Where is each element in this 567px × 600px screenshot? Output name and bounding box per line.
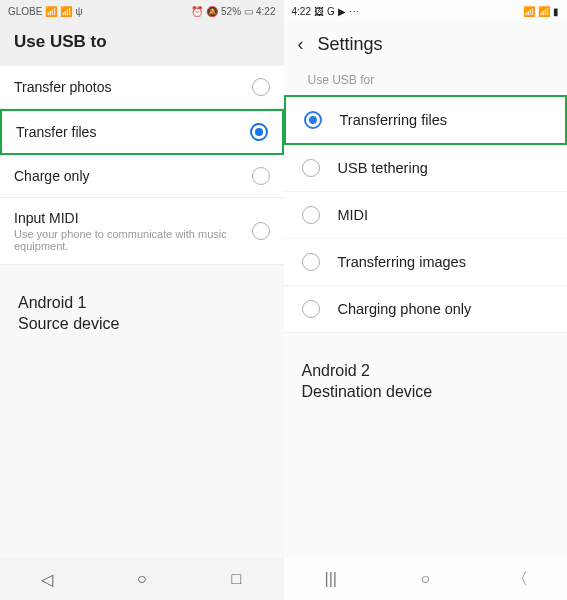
nav-home-icon[interactable]: ○	[415, 570, 435, 588]
option-transferring-images[interactable]: Transferring images	[284, 239, 568, 286]
nav-recent-icon[interactable]: |||	[321, 570, 341, 588]
caption-line1: Android 1	[18, 293, 266, 314]
option-sublabel: Use your phone to communicate with music…	[14, 228, 252, 252]
option-transfer-files[interactable]: Transfer files	[0, 109, 284, 155]
option-label: Transferring images	[338, 254, 466, 270]
radio-icon-selected	[304, 111, 322, 129]
radio-icon-selected	[250, 123, 268, 141]
option-label: Transferring files	[340, 112, 447, 128]
option-charge-only[interactable]: Charge only	[0, 155, 284, 198]
caption-line2: Destination device	[302, 382, 550, 403]
radio-icon	[302, 300, 320, 318]
carrier-label: GLOBE	[8, 6, 42, 17]
battery-pct: 52%	[221, 6, 241, 17]
signal-icon: 📶	[45, 6, 57, 17]
option-input-midi[interactable]: Input MIDI Use your phone to communicate…	[0, 198, 284, 265]
clock-time: 4:22	[256, 6, 275, 17]
clock-time: 4:22	[292, 6, 311, 17]
option-transferring-files[interactable]: Transferring files	[284, 95, 568, 145]
radio-icon	[252, 78, 270, 96]
more-icon: ⋯	[349, 6, 359, 17]
settings-title: Settings	[318, 34, 383, 55]
caption-line2: Source device	[18, 314, 266, 335]
statusbar-left: GLOBE 📶 📶 ψ ⏰ 🔕 52% ▭ 4:22	[0, 0, 284, 22]
img-icon: 🖼	[314, 6, 324, 17]
option-label: Charging phone only	[338, 301, 472, 317]
back-icon[interactable]: ‹	[298, 34, 304, 55]
option-usb-tethering[interactable]: USB tethering	[284, 145, 568, 192]
option-label: Charge only	[14, 168, 90, 184]
option-label: Transfer files	[16, 124, 96, 140]
settings-header: ‹ Settings	[284, 22, 568, 73]
caption-right: Android 2 Destination device	[284, 333, 568, 403]
caption-left: Android 1 Source device	[0, 265, 284, 335]
battery-icon: ▮	[553, 6, 559, 17]
alarm-icon: ⏰	[191, 6, 203, 17]
signal-icon: 📶	[523, 6, 535, 17]
nav-recent-icon[interactable]: □	[226, 570, 246, 588]
dnd-icon: 🔕	[206, 6, 218, 17]
option-charging-only[interactable]: Charging phone only	[284, 286, 568, 333]
usb-icon: ψ	[75, 6, 82, 17]
option-label: USB tethering	[338, 160, 428, 176]
caption-line1: Android 2	[302, 361, 550, 382]
usb-options-list-right: Transferring files USB tethering MIDI Tr…	[284, 95, 568, 333]
option-midi[interactable]: MIDI	[284, 192, 568, 239]
navbar-left: ◁ ○ □	[0, 558, 284, 600]
phone-android-2: 4:22 🖼 G ▶ ⋯ 📶 📶 ▮ ‹ Settings Use USB fo…	[284, 0, 568, 600]
radio-icon	[302, 206, 320, 224]
usb-subhead: Use USB for	[284, 73, 568, 95]
battery-icon: ▭	[244, 6, 253, 17]
g-icon: G	[327, 6, 335, 17]
phone-android-1: GLOBE 📶 📶 ψ ⏰ 🔕 52% ▭ 4:22 Use USB to Tr…	[0, 0, 284, 600]
statusbar-right: 4:22 🖼 G ▶ ⋯ 📶 📶 ▮	[284, 0, 568, 22]
option-label: MIDI	[338, 207, 369, 223]
option-label: Input MIDI	[14, 210, 252, 226]
radio-icon	[252, 167, 270, 185]
signal-icon: 📶	[538, 6, 550, 17]
nav-back-icon[interactable]: ◁	[37, 570, 57, 589]
page-title: Use USB to	[0, 22, 284, 66]
radio-icon	[252, 222, 270, 240]
nav-home-icon[interactable]: ○	[132, 570, 152, 588]
radio-icon	[302, 159, 320, 177]
nav-back-icon[interactable]: 〈	[510, 569, 530, 590]
usb-options-list-left: Transfer photos Transfer files Charge on…	[0, 66, 284, 265]
option-transfer-photos[interactable]: Transfer photos	[0, 66, 284, 109]
navbar-right: ||| ○ 〈	[284, 558, 568, 600]
option-label: Transfer photos	[14, 79, 112, 95]
youtube-icon: ▶	[338, 6, 346, 17]
radio-icon	[302, 253, 320, 271]
wifi-icon: 📶	[60, 6, 72, 17]
